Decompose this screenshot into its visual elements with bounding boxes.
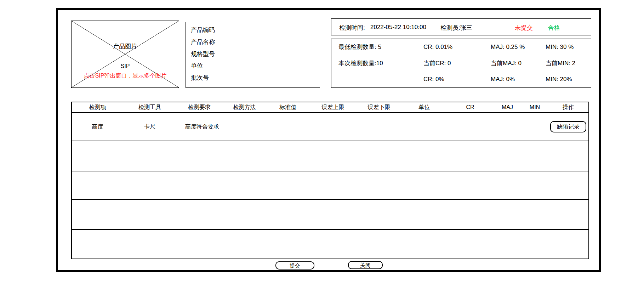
product-code-label: 产品编码 (191, 26, 320, 34)
close-button[interactable]: 关闭 (348, 261, 383, 269)
sip-link[interactable]: SIP (72, 63, 179, 69)
batch-no-label: 批次号 (191, 74, 320, 82)
current-inspect-qty: 本次检测数量:10 (338, 59, 423, 67)
col-header-cr: CR (447, 104, 493, 110)
cr-limit: CR: 0.01% (423, 44, 491, 51)
col-header-upper-tolerance: 误差上限 (309, 104, 357, 111)
table-empty-row (72, 200, 588, 230)
col-header-tool: 检测工具 (123, 104, 176, 111)
row-tool-value: 卡尺 (123, 123, 176, 131)
inspection-table-header: 检测项 检测工具 检测要求 检测方法 标准值 误差上限 误差下限 单位 CR M… (72, 102, 588, 113)
inspection-dialog-canvas: 产品图片 SIP 点击SIP弹出窗口，显示多个图片 产品编码 产品名称 规格型号… (0, 0, 644, 295)
maj-rate: MAJ: 0% (491, 76, 546, 83)
cr-rate: CR: 0% (423, 76, 491, 83)
inspection-time-label: 检测时间: (339, 24, 365, 32)
col-header-method: 检测方法 (222, 104, 267, 111)
col-header-lower-tolerance: 误差下限 (357, 104, 401, 111)
product-image-label: 产品图片 (72, 42, 179, 50)
row-action-cell: 缺陷记录 (548, 121, 588, 132)
table-empty-row (72, 230, 588, 260)
inspection-time-value: 2022-05-22 10:10:00 (370, 24, 426, 31)
submit-button[interactable]: 提交 (275, 261, 314, 270)
col-header-action: 操作 (548, 104, 588, 111)
col-header-standard: 标准值 (267, 104, 309, 111)
product-name-label: 产品名称 (191, 38, 320, 46)
table-row[interactable]: 高度 卡尺 高度符合要求 缺陷记录 (72, 113, 588, 141)
table-empty-row (72, 141, 588, 171)
row-requirement-value: 高度符合要求 (176, 123, 222, 131)
col-header-item: 检测项 (72, 104, 123, 111)
sip-note: 点击SIP弹出窗口，显示多个图片 (72, 72, 179, 80)
submit-status-badge: 未提交 (515, 24, 533, 32)
spec-model-label: 规格型号 (191, 50, 320, 58)
result-status-badge: 合格 (548, 24, 560, 32)
col-header-requirement: 检测要求 (176, 104, 222, 111)
current-min: 当前MIN: 2 (546, 59, 591, 67)
product-info-panel: 产品编码 产品名称 规格型号 单位 批次号 (186, 22, 320, 88)
window-frame: 产品图片 SIP 点击SIP弹出窗口，显示多个图片 产品编码 产品名称 规格型号… (56, 8, 601, 272)
inspection-table: 检测项 检测工具 检测要求 检测方法 标准值 误差上限 误差下限 单位 CR M… (71, 102, 589, 259)
inspection-stats-panel: 最低检测数量: 5 CR: 0.01% MAJ: 0.25 % MIN: 30 … (331, 39, 591, 88)
inspection-header-panel: 检测时间: 2022-05-22 10:10:00 检测员:张三 未提交 合格 (331, 18, 591, 35)
unit-label: 单位 (191, 62, 320, 70)
defect-record-button[interactable]: 缺陷记录 (550, 121, 586, 132)
col-header-maj: MAJ (493, 104, 522, 110)
row-item-value: 高度 (72, 123, 123, 131)
inspector-label: 检测员:张三 (440, 24, 472, 32)
product-image-placeholder[interactable]: 产品图片 SIP 点击SIP弹出窗口，显示多个图片 (71, 21, 179, 88)
current-cr: 当前CR: 0 (423, 59, 491, 67)
col-header-unit: 单位 (401, 104, 447, 111)
col-header-min: MIN (522, 104, 548, 110)
table-empty-row (72, 171, 588, 200)
current-maj: 当前MAJ: 0 (491, 59, 546, 67)
min-rate: MIN: 20% (546, 76, 591, 83)
min-inspect-qty: 最低检测数量: 5 (338, 43, 423, 51)
maj-limit: MAJ: 0.25 % (491, 44, 546, 51)
min-limit: MIN: 30 % (546, 44, 591, 51)
